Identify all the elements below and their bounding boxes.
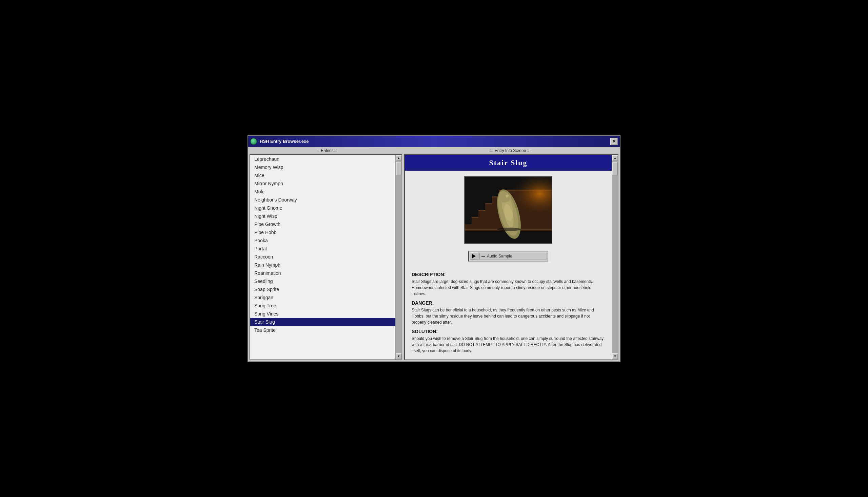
- entry-header: Stair Slug: [405, 155, 612, 171]
- audio-area: ▬ Audio Sample: [405, 249, 612, 266]
- main-area: :: Entries :: ::: Entry Info Screen ::: …: [248, 147, 620, 361]
- scroll-track: [396, 161, 401, 353]
- right-scroll-down-btn[interactable]: ▼: [612, 353, 618, 359]
- window-title: HSH Entry Browser.exe: [260, 139, 309, 144]
- entry-image: [464, 176, 552, 244]
- entry-image-area: [405, 171, 612, 249]
- list-item-pipe-hobb[interactable]: Pipe Hobb: [250, 228, 395, 237]
- entry-title: Stair Slug: [489, 158, 527, 167]
- right-scroll-up-btn[interactable]: ▲: [612, 155, 618, 161]
- list-item-reanimation[interactable]: Reanimation: [250, 269, 395, 277]
- list-item-tea-sprite[interactable]: Tea Sprite: [250, 326, 395, 334]
- right-scroll-track: [612, 161, 618, 353]
- title-bar: HSH Entry Browser.exe ✕: [248, 136, 620, 147]
- scroll-down-btn[interactable]: ▼: [396, 353, 402, 359]
- list-container: LeprechaunMemory WispMiceMirror NymphMol…: [250, 155, 401, 359]
- app-icon: [250, 138, 257, 145]
- entry-content: DESCRIPTION:Stair Slugs are large, dog-s…: [405, 266, 612, 359]
- list-item-night-wisp[interactable]: Night Wisp: [250, 212, 395, 220]
- list-item-seedling[interactable]: Seedling: [250, 277, 395, 285]
- right-scroll-thumb[interactable]: [612, 162, 618, 175]
- list-item-pooka[interactable]: Pooka: [250, 237, 395, 245]
- audio-track-icon: ▬: [482, 254, 485, 258]
- svg-point-19: [497, 228, 521, 231]
- list-item-mice[interactable]: Mice: [250, 171, 395, 180]
- panel-labels: :: Entries :: ::: Entry Info Screen :::: [248, 147, 620, 154]
- title-bar-left: HSH Entry Browser.exe: [250, 138, 309, 145]
- entry-info-wrapper: Stair Slug: [404, 154, 618, 360]
- list-item-night-gnome[interactable]: Night Gnome: [250, 204, 395, 212]
- section-body-danger: Stair Slugs can be beneficial to a house…: [412, 307, 605, 325]
- list-item-memory-wisp[interactable]: Memory Wisp: [250, 163, 395, 171]
- list-item-pipe-growth[interactable]: Pipe Growth: [250, 220, 395, 228]
- section-body-solution: Should you wish to remove a Stair Slug f…: [412, 336, 605, 354]
- list-item-sprig-vines[interactable]: Sprig Vines: [250, 310, 395, 318]
- list-item-soap-sprite[interactable]: Soap Sprite: [250, 285, 395, 294]
- play-button[interactable]: [470, 252, 479, 260]
- scroll-up-btn[interactable]: ▲: [396, 155, 402, 161]
- list-item-spriggan[interactable]: Spriggan: [250, 294, 395, 302]
- list-item-mirror-nymph[interactable]: Mirror Nymph: [250, 180, 395, 188]
- scroll-thumb[interactable]: [396, 162, 401, 175]
- audio-track: ▬ Audio Sample: [479, 253, 547, 259]
- close-button[interactable]: ✕: [610, 138, 618, 145]
- audio-sample-label: Audio Sample: [487, 254, 512, 258]
- list-item-stair-slug[interactable]: Stair Slug: [250, 318, 395, 326]
- list-scrollbar[interactable]: ▲ ▼: [395, 155, 401, 359]
- list-item-neighbors-doorway[interactable]: Neighbor's Doorway: [250, 196, 395, 204]
- panels: LeprechaunMemory WispMiceMirror NymphMol…: [248, 154, 620, 361]
- entry-list-panel: LeprechaunMemory WispMiceMirror NymphMol…: [250, 154, 402, 360]
- list-item-raccoon[interactable]: Raccoon: [250, 253, 395, 261]
- audio-player: ▬ Audio Sample: [468, 251, 548, 261]
- section-body-description: Stair Slugs are large, dog-sized slugs t…: [412, 279, 605, 297]
- list-item-sprig-tree[interactable]: Sprig Tree: [250, 302, 395, 310]
- list-item-portal[interactable]: Portal: [250, 245, 395, 253]
- section-title-danger: DANGER:: [412, 300, 605, 306]
- list-item-leprechaun[interactable]: Leprechaun: [250, 155, 395, 163]
- entry-list: LeprechaunMemory WispMiceMirror NymphMol…: [250, 155, 395, 359]
- entries-label: :: Entries ::: [251, 148, 403, 153]
- right-scrollbar[interactable]: ▲ ▼: [612, 155, 618, 359]
- main-window: HSH Entry Browser.exe ✕ :: Entries :: ::…: [248, 136, 620, 362]
- play-icon: [472, 254, 476, 258]
- entry-info-panel: Stair Slug: [405, 155, 612, 359]
- list-item-mole[interactable]: Mole: [250, 188, 395, 196]
- info-screen-label: ::: Entry Info Screen :::: [403, 148, 617, 153]
- section-title-description: DESCRIPTION:: [412, 272, 605, 277]
- list-item-rain-nymph[interactable]: Rain Nymph: [250, 261, 395, 269]
- section-title-solution: SOLUTION:: [412, 329, 605, 334]
